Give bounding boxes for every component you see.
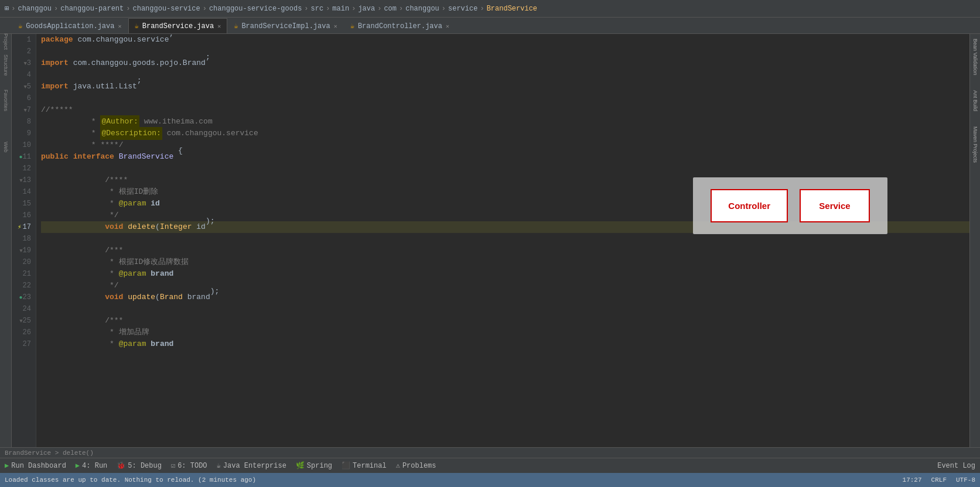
breadcrumb: ⊞ › changgou › changgou-parent › changgo… [5, 4, 537, 13]
impl-icon-23[interactable]: ● [19, 294, 23, 301]
ln-5: ▼5 [12, 81, 36, 92]
bc-brand-service[interactable]: BrandService [487, 5, 537, 13]
java-file-icon-2: ☕ [135, 22, 139, 30]
java-file-icon-4: ☕ [350, 22, 354, 30]
code-area[interactable]: package com.changgou.service; import com… [36, 34, 969, 447]
run-dashboard[interactable]: ▶ Run Dashboard [5, 461, 66, 470]
bc-service[interactable]: service [448, 5, 477, 13]
run-label: 4: Run [82, 462, 107, 470]
service-button[interactable]: Service [800, 189, 870, 222]
bc-java[interactable]: java [358, 5, 375, 13]
interface-impl-icon[interactable]: ● [19, 154, 23, 160]
ln-15: 15 [12, 198, 36, 210]
bc-changgou-service[interactable]: changgou-service [132, 5, 200, 13]
editor: 1 2 ▼3 4 ▼5 6 ▼7 8 9 10 ●11 12 [12, 34, 969, 447]
code-line-8: * @Author: www.itheima.com [41, 116, 969, 128]
warning-icon-17[interactable]: ⚡ [18, 224, 22, 231]
debug-tab[interactable]: 🐞 5: Debug [117, 461, 162, 470]
debug-label: 5: Debug [128, 462, 162, 470]
ln-1: 1 [12, 34, 36, 46]
fold-icon-19[interactable]: ▼ [19, 248, 22, 254]
breadcrumb-app-icon: ⊞ [5, 4, 9, 13]
tab-goods-application-close[interactable]: ✕ [118, 23, 121, 30]
fold-icon-13[interactable]: ▼ [19, 178, 22, 184]
bc-changgou-parent[interactable]: changgou-parent [60, 5, 124, 13]
tab-bar: ☕ GoodsApplication.java ✕ ☕ BrandService… [0, 18, 980, 34]
code-line-4 [41, 69, 969, 81]
spring-label: Spring [307, 462, 332, 470]
problems-tab[interactable]: ⚠ Problems [396, 461, 436, 470]
tab-brand-controller-close[interactable]: ✕ [446, 23, 449, 30]
java-file-icon-3: ☕ [234, 22, 238, 30]
tab-brand-controller[interactable]: ☕ BrandController.java ✕ [344, 18, 456, 33]
status-time: 17:27 [903, 476, 922, 483]
code-line-27: * @param brand [41, 338, 969, 350]
controller-button[interactable]: Controller [711, 189, 788, 222]
sidebar-bean-validation[interactable]: Bean Validation [971, 34, 979, 80]
fold-icon-25[interactable]: ▼ [19, 318, 22, 324]
terminal-label: Terminal [353, 462, 387, 470]
java-enterprise-icon: ☕ [217, 461, 221, 470]
ln-6: 6 [12, 92, 36, 104]
ln-25: ▼25 [12, 315, 36, 327]
tab-brand-service-impl[interactable]: ☕ BrandServiceImpl.java ✕ [227, 18, 344, 33]
event-log-label: Event Log [937, 462, 975, 470]
todo-tab[interactable]: ☑ 6: TODO [171, 461, 207, 470]
problems-label: Problems [402, 462, 436, 470]
status-encoding[interactable]: UTF-8 [956, 476, 975, 483]
bc-changgou-service-goods[interactable]: changgou-service-goods [209, 5, 302, 13]
problems-icon: ⚠ [396, 461, 400, 470]
status-crlf[interactable]: CRLF [931, 476, 947, 483]
code-line-11: public interface BrandService { [41, 151, 969, 163]
tab-brand-service[interactable]: ☕ BrandService.java ✕ [128, 18, 228, 33]
ln-19: ▼19 [12, 245, 36, 256]
ln-7: ▼7 [12, 104, 36, 116]
status-bar: Loaded classes are up to date. Nothing t… [0, 473, 980, 487]
bc-main[interactable]: main [332, 5, 349, 13]
tab-brand-service-close[interactable]: ✕ [217, 23, 221, 30]
status-message: Loaded classes are up to date. Nothing t… [5, 476, 903, 483]
bc-com[interactable]: com [384, 5, 397, 13]
tab-brand-service-impl-close[interactable]: ✕ [334, 23, 337, 30]
tab-goods-application[interactable]: ☕ GoodsApplication.java ✕ [12, 18, 128, 33]
ln-18: 18 [12, 233, 36, 245]
code-line-5: import java.util.List; [41, 81, 969, 92]
bc-changgou[interactable]: changgou [18, 5, 52, 13]
sidebar-web[interactable]: Web [1, 142, 11, 152]
code-line-21: * @param brand [41, 268, 969, 280]
status-right: 17:27 CRLF UTF-8 [903, 476, 975, 483]
bc-changgou2[interactable]: changgou [405, 5, 439, 13]
tab-brand-service-impl-label: BrandServiceImpl.java [241, 22, 330, 30]
event-log-tab[interactable]: Event Log [937, 462, 975, 470]
ln-4: 4 [12, 69, 36, 81]
bc-src[interactable]: src [311, 5, 324, 13]
fold-icon-3[interactable]: ▼ [23, 61, 26, 67]
ln-14: 14 [12, 186, 36, 198]
todo-label: 6: TODO [177, 462, 207, 470]
code-line-20: * 根据ID修改品牌数据 [41, 256, 969, 268]
code-line-24 [41, 303, 969, 315]
terminal-tab[interactable]: ⬛ Terminal [342, 461, 387, 470]
code-line-9: * @Description: com.changgou.service [41, 128, 969, 139]
run-tab[interactable]: ▶ 4: Run [76, 461, 107, 470]
ln-22: 22 [12, 280, 36, 291]
sidebar-ant-build[interactable]: Ant Build [971, 85, 979, 116]
sidebar-favorites[interactable]: Favorites [1, 95, 11, 105]
java-enterprise-label: Java Enterprise [223, 462, 286, 470]
sidebar-maven-projects[interactable]: Maven Projects [971, 122, 979, 167]
spring-tab[interactable]: 🌿 Spring [296, 461, 332, 470]
sidebar-project[interactable]: Project [1, 36, 11, 47]
code-line-22: */ [41, 280, 969, 291]
ln-23: ●23 [12, 291, 36, 303]
code-line-7: //***** [41, 104, 969, 116]
ln-17: ⚡17 [12, 221, 36, 233]
sidebar-structure[interactable]: Structure [1, 60, 11, 70]
code-line-26: * 增加品牌 [41, 327, 969, 338]
java-file-icon: ☕ [18, 22, 22, 30]
tab-brand-service-label: BrandService.java [142, 22, 214, 30]
fold-icon-7[interactable]: ▼ [23, 108, 26, 114]
java-enterprise-tab[interactable]: ☕ Java Enterprise [217, 461, 286, 470]
fold-icon-5[interactable]: ▼ [23, 84, 26, 90]
todo-icon: ☑ [171, 461, 175, 470]
ln-12: 12 [12, 163, 36, 174]
